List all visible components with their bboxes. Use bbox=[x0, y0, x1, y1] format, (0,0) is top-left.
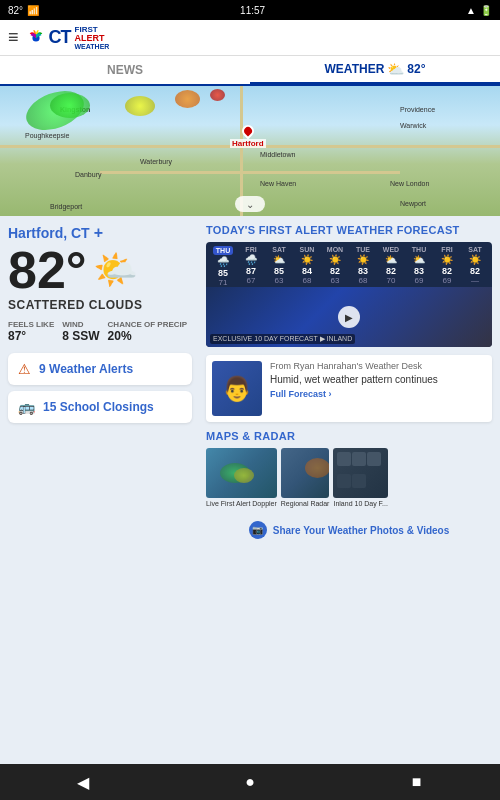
logo-weather: WEATHER bbox=[75, 43, 110, 50]
status-wifi: ▲ bbox=[466, 5, 476, 16]
tab-weather[interactable]: WEATHER ⛅ 82° bbox=[250, 56, 500, 84]
forecast-high-7: 83 bbox=[414, 266, 424, 276]
forecast-title: TODAY'S FIRST ALERT WEATHER FORECAST bbox=[206, 224, 492, 236]
map-item-1[interactable]: Regional Radar bbox=[281, 448, 330, 507]
ryan-card[interactable]: 👨 From Ryan Hanrahan's Weather Desk Humi… bbox=[206, 355, 492, 422]
weather-details: FEELS LIKE 87° WIND 8 SSW CHANCE OF PREC… bbox=[8, 320, 192, 343]
map-label-0: Live First Alert Doppler bbox=[206, 500, 277, 507]
forecast-high-4: 82 bbox=[330, 266, 340, 276]
map-item-2[interactable]: Inland 10 Day F... bbox=[333, 448, 387, 507]
weather-alerts-text: 9 Weather Alerts bbox=[39, 362, 133, 376]
map-thumb-1[interactable] bbox=[281, 448, 330, 498]
forecast-day-name-1: FRI bbox=[245, 246, 256, 253]
weather-alerts-box[interactable]: ⚠ 9 Weather Alerts bbox=[8, 353, 192, 385]
map-thumb-2[interactable] bbox=[333, 448, 387, 498]
ryan-full-forecast-link[interactable]: Full Forecast › bbox=[270, 389, 486, 399]
nav-home-button[interactable]: ● bbox=[236, 768, 264, 796]
forecast-day-name-3: SUN bbox=[300, 246, 315, 253]
status-time: 11:57 bbox=[240, 5, 265, 16]
precip-info: CHANCE OF PRECIP 20% bbox=[108, 320, 188, 343]
logo-text: FIRST ALERT WEATHER bbox=[75, 26, 110, 50]
hamburger-menu[interactable]: ≡ bbox=[8, 27, 19, 48]
forecast-day-icon-8: ☀️ bbox=[441, 254, 453, 265]
recents-icon: ■ bbox=[412, 773, 422, 791]
forecast-day-6: WED ⛅ 82 70 bbox=[378, 246, 404, 287]
status-left: 82° 📶 bbox=[8, 5, 39, 16]
tab-weather-label: WEATHER bbox=[325, 62, 385, 76]
forecast-video[interactable]: ▶ EXCLUSIVE 10 DAY FORECAST ▶ INLAND bbox=[206, 287, 492, 347]
map-label-danbury: Danbury bbox=[75, 171, 101, 178]
video-label: EXCLUSIVE 10 DAY FORECAST ▶ INLAND bbox=[210, 334, 355, 344]
map-label-poughkeepsie: Poughkeepsie bbox=[25, 132, 69, 139]
map-label-middletown: Middletown bbox=[260, 151, 295, 158]
tab-news[interactable]: NEWS bbox=[0, 56, 250, 84]
forecast-high-3: 84 bbox=[302, 266, 312, 276]
bottom-nav: ◀ ● ■ bbox=[0, 764, 500, 800]
ryan-from: From Ryan Hanrahan's Weather Desk bbox=[270, 361, 486, 371]
ryan-info: From Ryan Hanrahan's Weather Desk Humid,… bbox=[270, 361, 486, 416]
map-area[interactable]: Kingston Poughkeepsie Providence Warwick… bbox=[0, 86, 500, 216]
hartford-marker: Hartford bbox=[230, 125, 266, 148]
map-label-bridgeport: Bridgeport bbox=[50, 203, 82, 210]
feels-like: FEELS LIKE 87° bbox=[8, 320, 54, 343]
nav-recents-button[interactable]: ■ bbox=[403, 768, 431, 796]
forecast-low-6: 70 bbox=[387, 276, 396, 285]
left-panel: Hartford, CT + 82° 🌤️ SCATTERED CLOUDS F… bbox=[0, 216, 200, 764]
forecast-low-1: 67 bbox=[247, 276, 256, 285]
forecast-day-name-8: FRI bbox=[441, 246, 452, 253]
precip-label: CHANCE OF PRECIP bbox=[108, 320, 188, 329]
status-icons: 📶 bbox=[27, 5, 39, 16]
tab-news-label: NEWS bbox=[107, 63, 143, 77]
map-item-0[interactable]: Live First Alert Doppler bbox=[206, 448, 277, 507]
forecast-day-icon-1: 🌧️ bbox=[245, 254, 257, 265]
forecast-day-0: THU 🌧️ 85 71 bbox=[210, 246, 236, 287]
logo-area: CT FIRST ALERT WEATHER bbox=[49, 26, 110, 50]
precip-value: 20% bbox=[108, 329, 188, 343]
forecast-low-4: 63 bbox=[331, 276, 340, 285]
forecast-high-2: 85 bbox=[274, 266, 284, 276]
map-expand-chevron[interactable]: ⌄ bbox=[235, 196, 265, 212]
share-text[interactable]: Share Your Weather Photos & Videos bbox=[273, 525, 450, 536]
forecast-day-icon-6: ⛅ bbox=[385, 254, 397, 265]
forecast-high-9: 82 bbox=[470, 266, 480, 276]
forecast-low-2: 63 bbox=[275, 276, 284, 285]
school-closings-text: 15 School Closings bbox=[43, 400, 154, 414]
location-plus-btn[interactable]: + bbox=[94, 224, 103, 242]
school-closings-box[interactable]: 🚌 15 School Closings bbox=[8, 391, 192, 423]
map-label-waterbury: Waterbury bbox=[140, 158, 172, 165]
location-name: Hartford, CT bbox=[8, 225, 90, 241]
forecast-section: TODAY'S FIRST ALERT WEATHER FORECAST THU… bbox=[206, 224, 492, 347]
map-thumb-0[interactable] bbox=[206, 448, 277, 498]
forecast-day-icon-5: ☀️ bbox=[357, 254, 369, 265]
logo-ct: CT bbox=[49, 27, 71, 48]
forecast-low-7: 69 bbox=[415, 276, 424, 285]
map-label-2: Inland 10 Day F... bbox=[333, 500, 387, 507]
forecast-card[interactable]: THU 🌧️ 85 71 FRI 🌧️ 87 67 SAT ⛅ 85 bbox=[206, 242, 492, 347]
weather-alerts-count: 9 bbox=[39, 362, 46, 376]
forecast-high-1: 87 bbox=[246, 266, 256, 276]
forecast-low-9: — bbox=[471, 276, 479, 285]
forecast-day-4: MON ☀️ 82 63 bbox=[322, 246, 348, 287]
map-label-newhaven: New Haven bbox=[260, 180, 296, 187]
main-content: Hartford, CT + 82° 🌤️ SCATTERED CLOUDS F… bbox=[0, 216, 500, 764]
tab-weather-temp: 82° bbox=[407, 62, 425, 76]
forecast-day-name-7: THU bbox=[412, 246, 426, 253]
logo-alert: ALERT bbox=[75, 34, 110, 43]
forecast-day-3: SUN ☀️ 84 68 bbox=[294, 246, 320, 287]
wind-label: WIND bbox=[62, 320, 99, 329]
forecast-day-2: SAT ⛅ 85 63 bbox=[266, 246, 292, 287]
forecast-day-name-4: MON bbox=[327, 246, 343, 253]
alert-triangle-icon: ⚠ bbox=[18, 361, 31, 377]
feels-like-value: 87° bbox=[8, 329, 54, 343]
feels-like-label: FEELS LIKE bbox=[8, 320, 54, 329]
forecast-low-8: 69 bbox=[443, 276, 452, 285]
share-bar[interactable]: 📷 Share Your Weather Photos & Videos bbox=[206, 515, 492, 545]
play-button[interactable]: ▶ bbox=[338, 306, 360, 328]
forecast-day-icon-7: ⛅ bbox=[413, 254, 425, 265]
status-right: ▲ 🔋 bbox=[466, 5, 492, 16]
forecast-day-9: SAT ☀️ 82 — bbox=[462, 246, 488, 287]
forecast-day-icon-9: ☀️ bbox=[469, 254, 481, 265]
forecast-high-8: 82 bbox=[442, 266, 452, 276]
nav-back-button[interactable]: ◀ bbox=[69, 768, 97, 796]
forecast-high-5: 83 bbox=[358, 266, 368, 276]
